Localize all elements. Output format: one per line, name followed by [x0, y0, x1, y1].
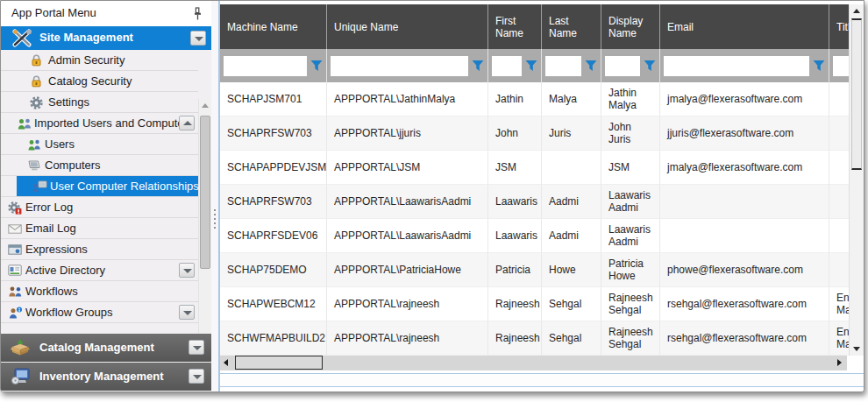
- grid-vertical-scrollbar[interactable]: [849, 4, 864, 356]
- filter-funnel-icon[interactable]: [525, 60, 537, 72]
- filter-first-name-input[interactable]: [492, 56, 522, 76]
- column-header-last-name[interactable]: Last Name: [542, 4, 601, 49]
- cell-unique-name: APPPORTAL\JSM: [327, 151, 488, 185]
- gear-error-icon: [8, 201, 22, 215]
- filter-last-name-input[interactable]: [545, 56, 581, 76]
- scrollbar-thumb[interactable]: [200, 116, 210, 269]
- sidebar-item-catalog-security[interactable]: Catalog Security: [1, 71, 198, 92]
- grid-row[interactable]: SCHAPRFSW703 APPPORTAL\jjuris John Juris…: [220, 116, 849, 151]
- cell-first-name: Laawaris: [488, 219, 542, 253]
- grid-row[interactable]: SCHAP75DEMO APPPORTAL\PatriciaHowe Patri…: [220, 253, 849, 287]
- sidebar-item-active-directory[interactable]: Active Directory: [1, 260, 198, 281]
- column-header-machine-name[interactable]: Machine Name: [220, 4, 327, 49]
- pushpin-icon[interactable]: [193, 7, 203, 21]
- filter-funnel-icon[interactable]: [644, 60, 656, 72]
- cell-first-name: Rajneesh: [488, 321, 542, 356]
- cell-machine-name: SCHAPRFSDEV06: [220, 219, 327, 253]
- cell-email: rsehgal@flexerasoftware.com: [660, 321, 829, 356]
- arrow-up-icon: [853, 9, 860, 13]
- filter-machine-name-input[interactable]: [224, 56, 307, 76]
- filter-funnel-icon[interactable]: [813, 60, 825, 72]
- sidebar-section-catalog-management[interactable]: Catalog Management: [1, 334, 211, 362]
- sidebar-item-expressions[interactable]: Expressions: [1, 239, 198, 260]
- grid-row[interactable]: SCHAPJSM701 APPPORTAL\JathinMalya Jathin…: [220, 82, 849, 116]
- cell-title: [829, 219, 849, 253]
- grid-row[interactable]: SCHAPRFSDEV06 APPPORTAL\LaawarisAadmi La…: [220, 219, 849, 253]
- sidebar-item-users[interactable]: Users: [1, 134, 198, 155]
- scroll-up-button[interactable]: [850, 4, 864, 18]
- sidebar-splitter[interactable]: [211, 1, 218, 391]
- scroll-left-button[interactable]: [220, 356, 234, 370]
- cell-machine-name: SCHAPRFSW703: [220, 185, 327, 219]
- sidebar-item-error-log[interactable]: Error Log: [1, 197, 198, 218]
- sidebar-item-label: Email Log: [25, 222, 76, 235]
- cell-last-name: [542, 151, 601, 185]
- filter-email-input[interactable]: [664, 56, 809, 76]
- sidebar-item-label: Users: [45, 138, 75, 151]
- item-expand-button[interactable]: [179, 305, 195, 320]
- sidebar-title: App Portal Menu: [11, 6, 96, 19]
- filter-funnel-icon[interactable]: [472, 60, 484, 72]
- column-header-unique-name[interactable]: Unique Name: [327, 4, 488, 49]
- footer-strip: [220, 373, 864, 387]
- cell-first-name: Patricia: [488, 253, 542, 287]
- arrow-up-icon: [202, 103, 209, 108]
- grid-horizontal-scrollbar[interactable]: [220, 356, 847, 370]
- scroll-right-button[interactable]: [833, 356, 847, 370]
- column-header-email[interactable]: Email: [660, 4, 829, 49]
- cell-unique-name: APPPORTAL\PatriciaHowe: [327, 253, 488, 287]
- expression-window-icon: [8, 244, 22, 255]
- cell-last-name: Juris: [542, 116, 601, 151]
- arrow-left-icon: [224, 359, 228, 366]
- sidebar-section-inventory-management[interactable]: Inventory Management: [1, 363, 211, 391]
- arrow-down-icon: [853, 347, 860, 351]
- sidebar-item-email-log[interactable]: Email Log: [1, 218, 198, 239]
- sidebar-section-site-management[interactable]: Site Management: [1, 26, 211, 50]
- section-collapse-button[interactable]: [190, 31, 206, 46]
- item-collapse-button[interactable]: [179, 116, 195, 130]
- section-label: Inventory Management: [39, 370, 164, 383]
- sidebar-menu-list: Admin Security Catalog Security Settings…: [1, 50, 211, 334]
- section-expand-button[interactable]: [189, 340, 204, 355]
- cell-first-name: Jathin: [488, 82, 542, 116]
- cell-first-name: JSM: [488, 151, 542, 185]
- sidebar-item-computers[interactable]: Computers: [1, 155, 198, 176]
- grid-row[interactable]: SCHAPWEBCM12 APPPORTAL\rajneesh Rajneesh…: [220, 287, 849, 321]
- scroll-up-button[interactable]: [199, 99, 211, 112]
- scrollbar-thumb[interactable]: [235, 356, 323, 370]
- sidebar-item-label: Admin Security: [48, 53, 125, 67]
- sidebar-item-label: Catalog Security: [48, 74, 132, 88]
- sidebar-item-label: Workflows: [25, 285, 78, 298]
- grid-row[interactable]: SCHAPRFSW703 APPPORTAL\LaawarisAadmi Laa…: [220, 185, 849, 219]
- column-header-first-name[interactable]: First Name: [488, 4, 542, 49]
- sidebar-item-workflows[interactable]: Workflows: [1, 281, 198, 302]
- grid-row[interactable]: SCHWFMAPBUILD2 APPPORTAL\rajneesh Rajnee…: [220, 321, 849, 356]
- section-expand-button[interactable]: [189, 369, 204, 384]
- sidebar-item-user-computer-relationships[interactable]: User Computer Relationships: [1, 176, 198, 197]
- column-header-title[interactable]: Title: [829, 4, 849, 49]
- cell-display-name: Patricia Howe: [601, 253, 660, 287]
- sidebar-item-settings[interactable]: Settings: [1, 92, 198, 113]
- scrollbar-thumb[interactable]: [851, 18, 862, 170]
- filter-display-name-input[interactable]: [605, 56, 640, 76]
- sidebar-item-imported-users-and-computers[interactable]: Imported Users and Computers: [1, 113, 198, 134]
- filter-funnel-icon[interactable]: [585, 60, 597, 72]
- sidebar-item-workflow-groups[interactable]: Workflow Groups: [1, 302, 198, 323]
- cell-unique-name: APPPORTAL\jjuris: [327, 116, 488, 151]
- cell-first-name: Laawaris: [488, 185, 542, 219]
- sidebar-item-admin-security[interactable]: Admin Security: [1, 50, 198, 71]
- filter-funnel-icon[interactable]: [310, 60, 323, 72]
- sidebar-scrollbar[interactable]: [198, 99, 211, 334]
- column-header-display-name[interactable]: Display Name: [601, 4, 660, 49]
- cell-last-name: Malya: [542, 82, 601, 116]
- chevron-up-icon: [183, 121, 192, 125]
- scroll-down-button[interactable]: [850, 342, 864, 356]
- filter-title-input[interactable]: [833, 56, 849, 76]
- cell-unique-name: APPPORTAL\rajneesh: [327, 287, 488, 321]
- item-expand-button[interactable]: [179, 263, 195, 278]
- grid-row[interactable]: SCHAPAPPDEVJSM APPPORTAL\JSM JSM JSM jma…: [220, 151, 849, 185]
- sidebar-item-label: Error Log: [25, 201, 73, 214]
- envelope-icon: [8, 224, 22, 234]
- filter-unique-name-input[interactable]: [331, 56, 468, 76]
- cell-email: jjuris@flexerasoftware.com: [660, 116, 829, 151]
